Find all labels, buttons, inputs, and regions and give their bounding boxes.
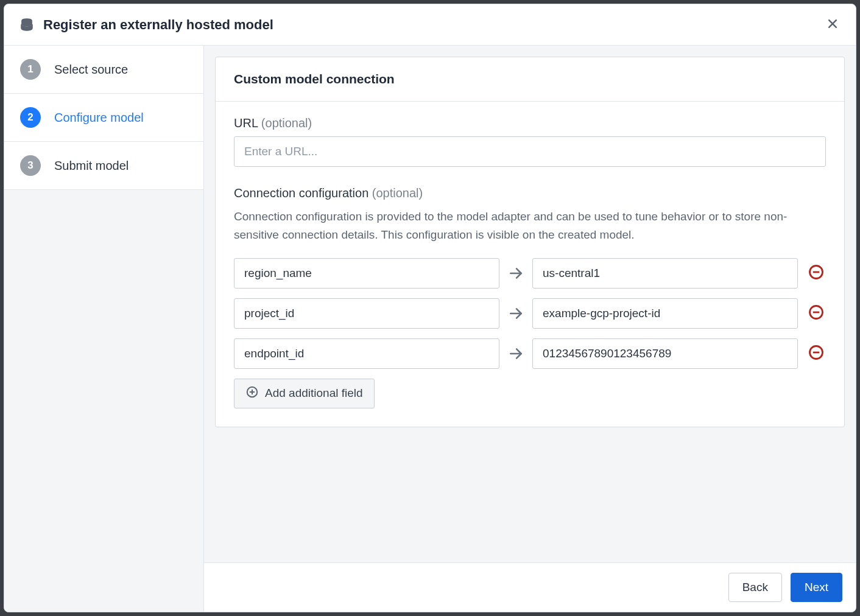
config-key-input[interactable] — [234, 298, 499, 329]
arrow-right-icon — [508, 306, 524, 321]
remove-row-button[interactable] — [806, 303, 826, 324]
config-value-input[interactable] — [532, 338, 798, 369]
url-optional: (optional) — [261, 116, 312, 130]
back-button[interactable]: Back — [728, 573, 782, 602]
remove-circle-icon — [808, 344, 825, 363]
dialog-footer: Back Next — [204, 562, 856, 612]
config-row — [234, 298, 826, 329]
close-icon — [827, 18, 839, 32]
config-value-input[interactable] — [532, 258, 798, 289]
register-model-dialog: Register an externally hosted model 1 Se… — [4, 4, 856, 612]
step-label: Submit model — [54, 159, 129, 173]
arrow-right-icon — [508, 265, 524, 281]
config-value-input[interactable] — [532, 298, 798, 329]
step-number-badge: 1 — [20, 59, 41, 80]
config-label-row: Connection configuration (optional) — [234, 186, 826, 200]
remove-circle-icon — [808, 264, 825, 282]
url-label: URL — [234, 116, 258, 130]
step-number-badge: 2 — [20, 107, 41, 128]
card-body: URL (optional) Connection configuration … — [216, 102, 844, 427]
wizard-sidebar: 1 Select source 2 Configure model 3 Subm… — [4, 46, 204, 612]
next-button[interactable]: Next — [791, 573, 842, 602]
connection-card: Custom model connection URL (optional) C… — [215, 57, 845, 427]
main-panel: Custom model connection URL (optional) C… — [204, 46, 856, 612]
connection-config-section: Connection configuration (optional) Conn… — [234, 186, 826, 408]
config-optional: (optional) — [372, 186, 423, 200]
remove-row-button[interactable] — [806, 343, 826, 364]
url-input[interactable] — [234, 136, 826, 167]
step-submit-model[interactable]: 3 Submit model — [4, 142, 203, 190]
step-label: Select source — [54, 63, 128, 77]
dialog-title: Register an externally hosted model — [43, 17, 824, 33]
config-key-input[interactable] — [234, 338, 499, 369]
step-configure-model[interactable]: 2 Configure model — [4, 94, 203, 142]
config-label: Connection configuration — [234, 186, 368, 200]
dialog-header: Register an externally hosted model — [4, 4, 856, 46]
step-label: Configure model — [54, 111, 144, 125]
close-button[interactable] — [824, 15, 841, 34]
card-header: Custom model connection — [216, 57, 844, 102]
step-number-badge: 3 — [20, 155, 41, 176]
config-key-input[interactable] — [234, 258, 499, 289]
card-title: Custom model connection — [234, 72, 826, 86]
config-row — [234, 338, 826, 369]
dialog-body: 1 Select source 2 Configure model 3 Subm… — [4, 46, 856, 612]
add-field-button[interactable]: Add additional field — [234, 379, 375, 408]
arrow-right-icon — [508, 346, 524, 362]
step-select-source[interactable]: 1 Select source — [4, 46, 203, 94]
remove-circle-icon — [808, 304, 825, 323]
remove-row-button[interactable] — [806, 262, 826, 284]
database-icon — [19, 17, 35, 33]
plus-circle-icon — [245, 385, 259, 402]
main-scroll: Custom model connection URL (optional) C… — [204, 46, 856, 562]
config-row — [234, 258, 826, 289]
config-help-text: Connection configuration is provided to … — [234, 208, 826, 245]
url-label-row: URL (optional) — [234, 116, 826, 130]
add-field-label: Add additional field — [265, 387, 363, 400]
